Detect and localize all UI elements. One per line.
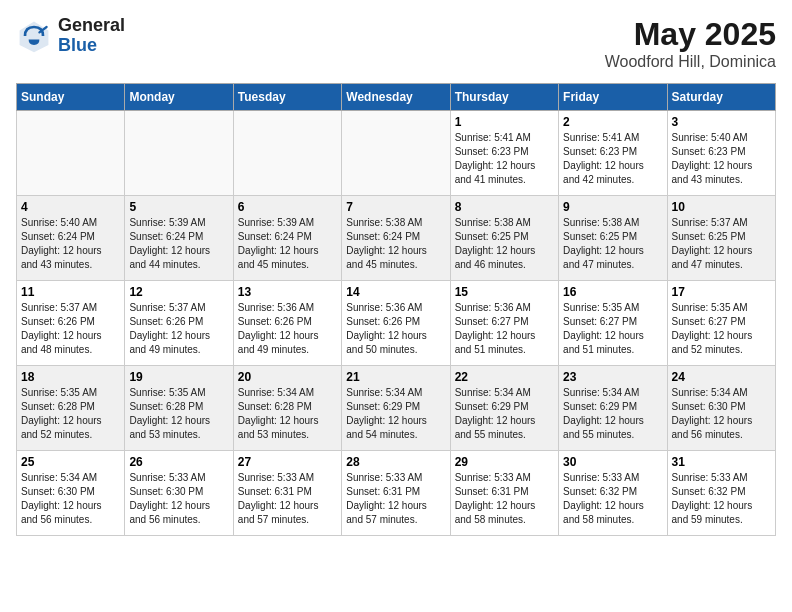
day-number: 2 [563,115,662,129]
calendar-week-row: 4Sunrise: 5:40 AM Sunset: 6:24 PM Daylig… [17,196,776,281]
day-number: 8 [455,200,554,214]
calendar-cell: 18Sunrise: 5:35 AM Sunset: 6:28 PM Dayli… [17,366,125,451]
calendar-cell: 14Sunrise: 5:36 AM Sunset: 6:26 PM Dayli… [342,281,450,366]
day-number: 12 [129,285,228,299]
calendar-cell: 23Sunrise: 5:34 AM Sunset: 6:29 PM Dayli… [559,366,667,451]
calendar-cell: 1Sunrise: 5:41 AM Sunset: 6:23 PM Daylig… [450,111,558,196]
day-info: Sunrise: 5:38 AM Sunset: 6:24 PM Dayligh… [346,216,445,272]
day-number: 9 [563,200,662,214]
day-number: 16 [563,285,662,299]
calendar-cell: 22Sunrise: 5:34 AM Sunset: 6:29 PM Dayli… [450,366,558,451]
day-number: 29 [455,455,554,469]
day-info: Sunrise: 5:37 AM Sunset: 6:26 PM Dayligh… [129,301,228,357]
calendar-cell: 28Sunrise: 5:33 AM Sunset: 6:31 PM Dayli… [342,451,450,536]
day-info: Sunrise: 5:33 AM Sunset: 6:32 PM Dayligh… [563,471,662,527]
day-number: 14 [346,285,445,299]
day-info: Sunrise: 5:33 AM Sunset: 6:31 PM Dayligh… [346,471,445,527]
header-day-sunday: Sunday [17,84,125,111]
day-number: 15 [455,285,554,299]
day-info: Sunrise: 5:35 AM Sunset: 6:27 PM Dayligh… [672,301,771,357]
day-number: 7 [346,200,445,214]
day-number: 27 [238,455,337,469]
calendar-cell: 5Sunrise: 5:39 AM Sunset: 6:24 PM Daylig… [125,196,233,281]
day-info: Sunrise: 5:34 AM Sunset: 6:30 PM Dayligh… [672,386,771,442]
day-info: Sunrise: 5:38 AM Sunset: 6:25 PM Dayligh… [563,216,662,272]
day-info: Sunrise: 5:33 AM Sunset: 6:31 PM Dayligh… [238,471,337,527]
day-info: Sunrise: 5:34 AM Sunset: 6:29 PM Dayligh… [563,386,662,442]
calendar-cell: 29Sunrise: 5:33 AM Sunset: 6:31 PM Dayli… [450,451,558,536]
day-number: 6 [238,200,337,214]
calendar-cell: 2Sunrise: 5:41 AM Sunset: 6:23 PM Daylig… [559,111,667,196]
header-day-friday: Friday [559,84,667,111]
calendar-cell: 6Sunrise: 5:39 AM Sunset: 6:24 PM Daylig… [233,196,341,281]
calendar-cell: 16Sunrise: 5:35 AM Sunset: 6:27 PM Dayli… [559,281,667,366]
calendar-cell: 24Sunrise: 5:34 AM Sunset: 6:30 PM Dayli… [667,366,775,451]
day-info: Sunrise: 5:36 AM Sunset: 6:27 PM Dayligh… [455,301,554,357]
day-info: Sunrise: 5:40 AM Sunset: 6:24 PM Dayligh… [21,216,120,272]
day-number: 1 [455,115,554,129]
calendar-week-row: 11Sunrise: 5:37 AM Sunset: 6:26 PM Dayli… [17,281,776,366]
day-number: 31 [672,455,771,469]
logo-general-text: General [58,16,125,36]
day-info: Sunrise: 5:37 AM Sunset: 6:26 PM Dayligh… [21,301,120,357]
day-number: 3 [672,115,771,129]
day-number: 17 [672,285,771,299]
calendar-cell: 13Sunrise: 5:36 AM Sunset: 6:26 PM Dayli… [233,281,341,366]
day-info: Sunrise: 5:34 AM Sunset: 6:29 PM Dayligh… [455,386,554,442]
day-number: 13 [238,285,337,299]
location-subtitle: Woodford Hill, Dominica [605,53,776,71]
calendar-cell: 4Sunrise: 5:40 AM Sunset: 6:24 PM Daylig… [17,196,125,281]
day-number: 5 [129,200,228,214]
day-number: 20 [238,370,337,384]
day-info: Sunrise: 5:36 AM Sunset: 6:26 PM Dayligh… [346,301,445,357]
day-info: Sunrise: 5:34 AM Sunset: 6:29 PM Dayligh… [346,386,445,442]
header-day-monday: Monday [125,84,233,111]
day-info: Sunrise: 5:33 AM Sunset: 6:32 PM Dayligh… [672,471,771,527]
calendar-cell: 20Sunrise: 5:34 AM Sunset: 6:28 PM Dayli… [233,366,341,451]
calendar-cell [17,111,125,196]
day-number: 19 [129,370,228,384]
header-day-thursday: Thursday [450,84,558,111]
header-day-wednesday: Wednesday [342,84,450,111]
logo: General Blue [16,16,125,56]
logo-blue-text: Blue [58,36,125,56]
day-number: 22 [455,370,554,384]
day-info: Sunrise: 5:41 AM Sunset: 6:23 PM Dayligh… [563,131,662,187]
calendar-cell: 10Sunrise: 5:37 AM Sunset: 6:25 PM Dayli… [667,196,775,281]
day-number: 25 [21,455,120,469]
calendar-cell: 21Sunrise: 5:34 AM Sunset: 6:29 PM Dayli… [342,366,450,451]
day-info: Sunrise: 5:35 AM Sunset: 6:28 PM Dayligh… [21,386,120,442]
calendar-cell [342,111,450,196]
logo-text: General Blue [58,16,125,56]
day-info: Sunrise: 5:38 AM Sunset: 6:25 PM Dayligh… [455,216,554,272]
calendar-cell: 12Sunrise: 5:37 AM Sunset: 6:26 PM Dayli… [125,281,233,366]
calendar-cell: 19Sunrise: 5:35 AM Sunset: 6:28 PM Dayli… [125,366,233,451]
title-block: May 2025 Woodford Hill, Dominica [605,16,776,71]
day-number: 28 [346,455,445,469]
calendar-header-row: SundayMondayTuesdayWednesdayThursdayFrid… [17,84,776,111]
calendar-cell [125,111,233,196]
day-number: 10 [672,200,771,214]
day-number: 21 [346,370,445,384]
calendar-week-row: 18Sunrise: 5:35 AM Sunset: 6:28 PM Dayli… [17,366,776,451]
calendar-cell: 8Sunrise: 5:38 AM Sunset: 6:25 PM Daylig… [450,196,558,281]
header-day-saturday: Saturday [667,84,775,111]
day-number: 11 [21,285,120,299]
day-number: 4 [21,200,120,214]
day-info: Sunrise: 5:35 AM Sunset: 6:28 PM Dayligh… [129,386,228,442]
calendar-cell: 30Sunrise: 5:33 AM Sunset: 6:32 PM Dayli… [559,451,667,536]
day-info: Sunrise: 5:37 AM Sunset: 6:25 PM Dayligh… [672,216,771,272]
calendar-cell: 17Sunrise: 5:35 AM Sunset: 6:27 PM Dayli… [667,281,775,366]
day-info: Sunrise: 5:36 AM Sunset: 6:26 PM Dayligh… [238,301,337,357]
day-info: Sunrise: 5:33 AM Sunset: 6:31 PM Dayligh… [455,471,554,527]
calendar-cell: 3Sunrise: 5:40 AM Sunset: 6:23 PM Daylig… [667,111,775,196]
day-number: 26 [129,455,228,469]
day-info: Sunrise: 5:35 AM Sunset: 6:27 PM Dayligh… [563,301,662,357]
calendar-cell [233,111,341,196]
day-number: 30 [563,455,662,469]
day-number: 23 [563,370,662,384]
day-info: Sunrise: 5:34 AM Sunset: 6:28 PM Dayligh… [238,386,337,442]
calendar-cell: 25Sunrise: 5:34 AM Sunset: 6:30 PM Dayli… [17,451,125,536]
day-info: Sunrise: 5:34 AM Sunset: 6:30 PM Dayligh… [21,471,120,527]
calendar-week-row: 25Sunrise: 5:34 AM Sunset: 6:30 PM Dayli… [17,451,776,536]
